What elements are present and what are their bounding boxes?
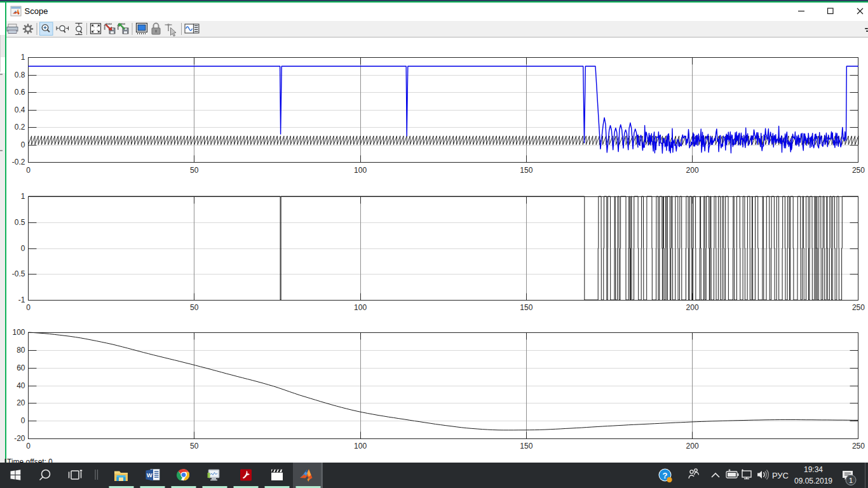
svg-text:19:34: 19:34: [804, 465, 823, 474]
svg-text:0.8: 0.8: [15, 71, 25, 79]
svg-text:250: 250: [852, 442, 865, 451]
svg-text:150: 150: [520, 166, 532, 175]
svg-text:100: 100: [354, 166, 367, 175]
svg-text:100: 100: [12, 328, 25, 337]
svg-text:0: 0: [26, 166, 31, 175]
svg-text:09.05.2019: 09.05.2019: [794, 477, 832, 485]
svg-text:20: 20: [17, 398, 25, 407]
svg-text:РУС: РУС: [772, 471, 789, 480]
svg-text:200: 200: [686, 166, 699, 175]
svg-text:200: 200: [686, 442, 699, 451]
svg-text:0.2: 0.2: [15, 123, 25, 132]
svg-text:0: 0: [21, 140, 25, 149]
svg-text:-20: -20: [14, 434, 25, 443]
svg-text:0: 0: [26, 303, 31, 312]
svg-text:1: 1: [849, 477, 853, 484]
svg-text:0: 0: [48, 458, 53, 463]
svg-text:-1: -1: [18, 295, 25, 304]
svg-text:W: W: [147, 471, 153, 478]
svg-text:0: 0: [21, 416, 25, 425]
svg-text:1: 1: [21, 192, 25, 201]
svg-text:200: 200: [686, 303, 699, 312]
svg-text:80: 80: [17, 346, 25, 355]
svg-text:0.6: 0.6: [15, 88, 25, 97]
svg-text:0: 0: [21, 244, 25, 253]
svg-text:150: 150: [520, 442, 532, 451]
svg-text:1: 1: [21, 53, 25, 62]
svg-text:250: 250: [852, 166, 865, 175]
svg-text:250: 250: [852, 303, 865, 312]
svg-text:40: 40: [17, 381, 25, 390]
svg-text:100: 100: [354, 442, 367, 451]
svg-text:100: 100: [354, 303, 367, 312]
svg-text:?: ?: [663, 471, 668, 480]
svg-text:50: 50: [190, 303, 199, 312]
svg-text:60: 60: [17, 363, 25, 372]
svg-text:-0.2: -0.2: [12, 158, 25, 166]
svg-text:0: 0: [26, 442, 31, 451]
svg-text:-0.5: -0.5: [12, 269, 25, 278]
svg-text:50: 50: [190, 166, 199, 175]
svg-text:Time offset:: Time offset:: [7, 458, 46, 463]
svg-text:150: 150: [520, 303, 532, 312]
svg-text:0.4: 0.4: [15, 105, 25, 114]
svg-text:50: 50: [190, 442, 199, 451]
svg-text:0.5: 0.5: [15, 218, 25, 227]
